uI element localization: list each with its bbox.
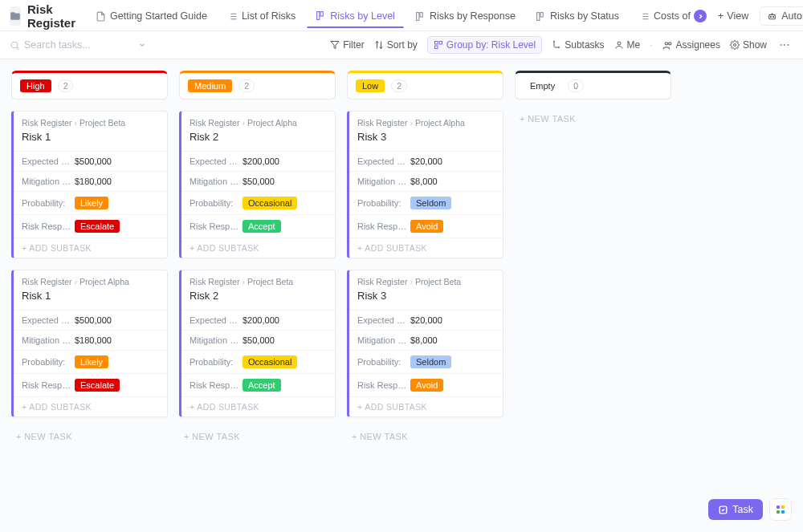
column-header[interactable]: Empty 0	[515, 71, 671, 99]
probability-chip: Likely	[75, 197, 108, 209]
group-label: Group by: Risk Level	[446, 39, 536, 51]
show-label: Show	[743, 39, 767, 51]
card-title: Risk 3	[357, 131, 495, 143]
add-view-button[interactable]: + View	[711, 7, 755, 25]
filter-icon	[330, 40, 340, 50]
svg-rect-27	[434, 42, 438, 45]
svg-marker-26	[331, 42, 339, 49]
risk-card[interactable]: Risk Register › Project Alpha Risk 2 Exp…	[179, 111, 336, 258]
new-task-button[interactable]: + NEW TASK	[11, 428, 168, 445]
tab-getting-started[interactable]: Getting Started Guide	[87, 5, 216, 27]
tab-risks-by-level[interactable]: Risks by Level	[307, 5, 404, 28]
sort-button[interactable]: Sort by	[374, 39, 418, 51]
column-empty: Empty 0+ NEW TASK	[515, 71, 671, 127]
more-tabs-button[interactable]	[694, 10, 707, 22]
breadcrumb: Risk Register › Project Alpha	[22, 277, 159, 286]
field-value-mitigation: $180,000	[75, 335, 112, 345]
column-header[interactable]: High 2	[11, 71, 168, 99]
new-task-fab[interactable]: Task	[708, 499, 763, 520]
risk-card[interactable]: Risk Register › Project Beta Risk 2 Expe…	[179, 270, 336, 417]
filter-label: Filter	[343, 39, 365, 51]
add-subtask-button[interactable]: + ADD SUBTASK	[181, 396, 335, 416]
column-medium: Medium 2 Risk Register › Project Alpha R…	[179, 71, 336, 445]
board-icon	[415, 11, 426, 22]
board-icon	[316, 10, 326, 21]
breadcrumb: Risk Register › Project Beta	[22, 118, 159, 128]
svg-point-16	[771, 16, 772, 17]
subtasks-button[interactable]: Subtasks	[552, 39, 604, 51]
probability-chip: Occasional	[243, 197, 297, 209]
add-subtask-button[interactable]: + ADD SUBTASK	[181, 238, 335, 258]
field-label-mitigation: Mitigation …	[357, 335, 410, 345]
risk-card[interactable]: Risk Register › Project Beta Risk 1 Expe…	[11, 111, 168, 258]
tab-list-of-risks[interactable]: List of Risks	[218, 5, 304, 27]
svg-rect-8	[417, 12, 419, 20]
list-icon	[639, 11, 650, 22]
me-button[interactable]: Me	[614, 39, 641, 51]
add-subtask-button[interactable]: + ADD SUBTASK	[349, 396, 503, 416]
probability-chip: Seldom	[410, 355, 451, 368]
gear-icon	[730, 40, 740, 50]
card-title: Risk 3	[357, 290, 495, 302]
group-by-button[interactable]: Group by: Risk Level	[427, 36, 542, 54]
plus-icon: +	[718, 10, 724, 22]
probability-chip: Occasional	[243, 355, 297, 368]
field-label-probability: Probability:	[190, 357, 243, 367]
person-icon	[614, 40, 624, 50]
risk-card[interactable]: Risk Register › Project Alpha Risk 3 Exp…	[347, 111, 503, 258]
add-view-label: View	[727, 10, 748, 22]
status-pill: High	[20, 79, 51, 92]
field-value-cost: $20,000	[410, 156, 442, 166]
add-subtask-button[interactable]: + ADD SUBTASK	[14, 396, 167, 416]
risk-card[interactable]: Risk Register › Project Alpha Risk 1 Exp…	[11, 270, 168, 417]
search-input[interactable]: Search tasks...	[10, 39, 146, 51]
crumb-project: Project Alpha	[247, 118, 297, 128]
response-chip: Escalate	[75, 379, 120, 392]
tab-label: List of Risks	[242, 10, 296, 22]
toolbar-right: Filter Sort by Group by: Risk Level Subt…	[330, 36, 793, 54]
field-label-cost: Expected C…	[22, 156, 75, 166]
field-value-mitigation: $180,000	[75, 177, 112, 186]
chevron-right-icon: ›	[242, 277, 245, 286]
svg-point-31	[559, 47, 560, 48]
new-task-button[interactable]: + NEW TASK	[347, 428, 503, 445]
tab-label: Risks by Status	[550, 10, 619, 22]
tab-risks-by-response[interactable]: Risks by Response	[406, 5, 524, 27]
assignees-button[interactable]: Assignees	[662, 39, 720, 51]
field-label-response: Risk Respo…	[190, 221, 243, 231]
column-header[interactable]: Low 2	[347, 71, 503, 99]
field-value-cost: $20,000	[410, 315, 442, 325]
sort-label: Sort by	[387, 39, 418, 51]
header-bar: Risk Register Getting Started Guide List…	[0, 0, 803, 26]
automate-label: Automate	[781, 10, 803, 22]
tab-label: Risks by Level	[330, 10, 395, 22]
new-task-button[interactable]: + NEW TASK	[515, 111, 671, 127]
chevron-right-icon: ›	[74, 277, 77, 286]
tab-costs[interactable]: Costs of	[630, 5, 695, 27]
floating-actions: Task	[708, 498, 792, 521]
more-menu-button[interactable]: ···	[777, 39, 793, 51]
field-label-mitigation: Mitigation …	[22, 177, 75, 186]
apps-menu-button[interactable]	[769, 498, 792, 521]
count-badge: 2	[58, 79, 74, 92]
search-icon	[10, 40, 20, 51]
add-subtask-button[interactable]: + ADD SUBTASK	[349, 238, 503, 258]
show-button[interactable]: Show	[730, 39, 767, 51]
assignees-label: Assignees	[676, 39, 720, 51]
add-subtask-button[interactable]: + ADD SUBTASK	[14, 238, 167, 258]
field-label-cost: Expected C…	[190, 315, 243, 325]
filter-button[interactable]: Filter	[330, 39, 365, 51]
breadcrumb: Risk Register › Project Alpha	[190, 118, 327, 128]
field-label-cost: Expected C…	[22, 315, 75, 325]
risk-card[interactable]: Risk Register › Project Beta Risk 3 Expe…	[347, 270, 503, 417]
automate-button[interactable]: Automate	[760, 6, 803, 26]
new-task-button[interactable]: + NEW TASK	[179, 428, 336, 445]
response-chip: Avoid	[410, 220, 443, 233]
crumb-root: Risk Register	[190, 118, 239, 128]
field-label-probability: Probability:	[22, 357, 75, 367]
crumb-root: Risk Register	[357, 118, 407, 128]
field-label-mitigation: Mitigation …	[190, 335, 243, 345]
tab-risks-by-status[interactable]: Risks by Status	[527, 5, 628, 27]
column-header[interactable]: Medium 2	[179, 71, 336, 99]
folder-icon[interactable]	[10, 6, 21, 26]
